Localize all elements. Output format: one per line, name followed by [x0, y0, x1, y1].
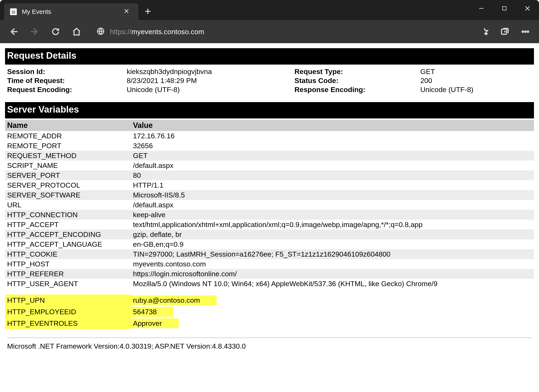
cell-name: SCRIPT_NAME — [5, 161, 131, 170]
cell-name: HTTP_EVENTROLES — [5, 318, 131, 329]
value-time-of-request: 8/23/2021 1:48:29 PM — [127, 76, 294, 85]
cell-value: Microsoft-IIS/8.5 — [131, 190, 534, 200]
value-request-type: GET — [420, 67, 532, 76]
window-controls — [470, 0, 539, 20]
cell-value: Approver — [131, 318, 534, 329]
close-window-button[interactable] — [516, 0, 539, 17]
cell-value: /default.aspx — [131, 161, 534, 170]
table-row-highlighted: HTTP_EMPLOYEEID564738 — [5, 306, 534, 318]
table-row: HTTP_COOKIETIN=297000; LastMRH_Session=a… — [5, 249, 534, 259]
request-details-grid: Session Id: kiekszqbh3dydnpiogvjbvna Req… — [5, 65, 534, 102]
cell-value: gzip, deflate, br — [131, 229, 534, 239]
url-text: https://myevents.contoso.com — [110, 28, 204, 36]
svg-point-4 — [525, 31, 526, 33]
divider — [7, 338, 532, 338]
svg-point-5 — [527, 31, 529, 33]
table-row: HTTP_CONNECTIONkeep-alive — [5, 210, 534, 220]
value-status-code: 200 — [420, 76, 532, 85]
request-details-header: Request Details — [5, 48, 534, 65]
cell-value: myevents.contoso.com — [131, 259, 534, 269]
cell-name: HTTP_ACCEPT_ENCODING — [5, 229, 131, 239]
cell-name: HTTP_HOST — [5, 259, 131, 269]
cell-value: https://login.microsoftonline.com/ — [131, 269, 534, 279]
cell-name: REMOTE_PORT — [5, 141, 131, 151]
server-variables-table: Name Value REMOTE_ADDR172.16.76.16REMOTE… — [5, 120, 534, 329]
cell-name: HTTP_UPN — [5, 295, 131, 306]
cell-name: HTTP_EMPLOYEEID — [5, 306, 131, 318]
cell-name: URL — [5, 200, 131, 210]
close-tab-button[interactable] — [121, 6, 132, 17]
titlebar: ▤ My Events — [0, 0, 539, 20]
server-variables-header: Server Variables — [5, 102, 534, 119]
label-request-type: Request Type: — [294, 67, 420, 76]
value-request-encoding: Unicode (UTF-8) — [127, 86, 294, 94]
cell-name: HTTP_ACCEPT — [5, 220, 131, 229]
maximize-button[interactable] — [493, 0, 516, 17]
browser-toolbar: https://myevents.contoso.com — [0, 20, 539, 43]
cell-value: Mozilla/5.0 (Windows NT 10.0; Win64; x64… — [131, 279, 534, 289]
cell-name: REMOTE_ADDR — [5, 131, 131, 141]
browser-window: ▤ My Events — [0, 0, 539, 392]
label-response-encoding: Response Encoding: — [294, 86, 420, 94]
minimize-button[interactable] — [470, 0, 493, 17]
cell-name: REQUEST_METHOD — [5, 151, 131, 161]
cell-name: SERVER_SOFTWARE — [5, 190, 131, 200]
collections-button[interactable] — [495, 22, 514, 41]
tab-strip: ▤ My Events — [0, 0, 157, 20]
url-host: myevents.contoso.com — [131, 28, 204, 36]
table-row: HTTP_ACCEPT_LANGUAGEen-GB,en;q=0.9 — [5, 239, 534, 249]
url-scheme: https:// — [110, 28, 131, 36]
table-row: SERVER_SOFTWAREMicrosoft-IIS/8.5 — [5, 190, 534, 200]
table-row: SCRIPT_NAME/default.aspx — [5, 161, 534, 170]
table-header-row: Name Value — [5, 120, 534, 131]
cell-name: HTTP_REFERER — [5, 269, 131, 279]
toolbar-right — [475, 22, 535, 41]
cell-name: SERVER_PROTOCOL — [5, 180, 131, 190]
cell-name: HTTP_ACCEPT_LANGUAGE — [5, 239, 131, 249]
svg-point-3 — [522, 31, 524, 33]
table-row: HTTP_USER_AGENTMozilla/5.0 (Windows NT 1… — [5, 279, 534, 289]
cell-value: HTTP/1.1 — [131, 180, 534, 190]
cell-value: 172.16.76.16 — [131, 131, 534, 141]
browser-tab[interactable]: ▤ My Events — [4, 3, 138, 20]
site-info-icon[interactable] — [96, 27, 105, 36]
cell-value: 80 — [131, 170, 534, 180]
svg-rect-0 — [502, 6, 506, 10]
cell-value: ruby.a@contoso.com — [131, 295, 534, 306]
forward-button[interactable] — [25, 22, 44, 41]
table-row: URL/default.aspx — [5, 200, 534, 210]
table-row: REQUEST_METHODGET — [5, 151, 534, 161]
table-spacer — [5, 289, 534, 295]
table-row: HTTP_ACCEPT_ENCODINGgzip, deflate, br — [5, 229, 534, 239]
cell-value: 564738 — [131, 306, 534, 318]
cell-name: SERVER_PORT — [5, 170, 131, 180]
cell-value: keep-alive — [131, 210, 534, 220]
refresh-button[interactable] — [46, 22, 65, 41]
cell-name: HTTP_COOKIE — [5, 249, 131, 259]
table-row: HTTP_HOSTmyevents.contoso.com — [5, 259, 534, 269]
label-status-code: Status Code: — [294, 76, 420, 85]
cell-name: HTTP_CONNECTION — [5, 210, 131, 220]
table-row: SERVER_PORT80 — [5, 170, 534, 180]
table-row: HTTP_ACCEPTtext/html,application/xhtml+x… — [5, 220, 534, 229]
more-button[interactable] — [516, 22, 535, 41]
value-response-encoding: Unicode (UTF-8) — [420, 86, 532, 94]
cell-value: text/html,application/xhtml+xml,applicat… — [131, 220, 534, 229]
col-value: Value — [131, 120, 534, 131]
footer-version: Microsoft .NET Framework Version:4.0.303… — [5, 342, 534, 359]
favorites-button[interactable] — [475, 22, 494, 41]
cell-value: TIN=297000; LastMRH_Session=a16276ee; F5… — [131, 249, 534, 259]
cell-value: /default.aspx — [131, 200, 534, 210]
back-button[interactable] — [4, 22, 23, 41]
page-favicon-icon: ▤ — [10, 8, 17, 15]
new-tab-button[interactable] — [138, 3, 157, 21]
address-bar[interactable]: https://myevents.contoso.com — [92, 24, 468, 40]
col-name: Name — [5, 120, 131, 131]
table-row: SERVER_PROTOCOLHTTP/1.1 — [5, 180, 534, 190]
cell-name: HTTP_USER_AGENT — [5, 279, 131, 289]
home-button[interactable] — [67, 22, 86, 41]
value-session-id: kiekszqbh3dydnpiogvjbvna — [127, 67, 294, 76]
cell-value: 32656 — [131, 141, 534, 151]
table-row-highlighted: HTTP_UPNruby.a@contoso.com — [5, 295, 534, 306]
page-content: Request Details Session Id: kiekszqbh3dy… — [0, 43, 539, 359]
